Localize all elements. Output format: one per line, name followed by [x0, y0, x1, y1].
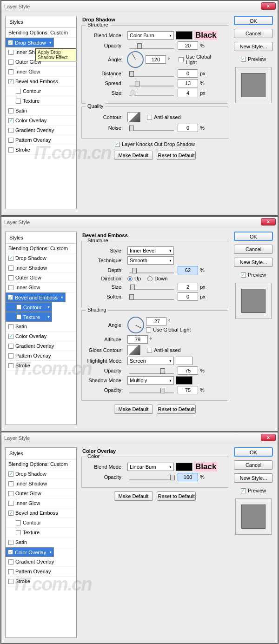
shadow-mode-select[interactable]: Multiply	[127, 376, 174, 385]
style-inner-shadow[interactable]: Inner Shadow	[6, 479, 76, 489]
style-pattern-overlay[interactable]: Pattern Overlay	[6, 135, 76, 145]
preview-check[interactable]: ✓	[241, 57, 246, 62]
style-bevel-emboss[interactable]: ✓Bevel and Emboss	[6, 508, 76, 518]
style-gradient-overlay[interactable]: Gradient Overlay	[6, 557, 76, 567]
checkbox-icon[interactable]	[8, 147, 13, 153]
new-style-button[interactable]: New Style...	[234, 42, 273, 51]
checkbox-icon[interactable]	[8, 50, 13, 55]
shadow-color-swatch[interactable]	[176, 376, 193, 385]
shadow-opacity-input[interactable]: 75	[178, 386, 198, 394]
blending-options[interactable]: Blending Options: Custom	[6, 28, 76, 38]
checkbox-icon[interactable]: ✓	[8, 79, 13, 84]
style-satin[interactable]: Satin	[6, 538, 76, 547]
blend-mode-select[interactable]: Linear Burn	[127, 463, 174, 471]
antialiased-check[interactable]	[147, 115, 152, 120]
style-stroke[interactable]: Stroke	[6, 145, 76, 155]
style-satin[interactable]: Satin	[6, 106, 76, 116]
preview-check[interactable]: ✓	[241, 488, 246, 493]
angle-input[interactable]: 120	[146, 55, 166, 64]
opacity-slider[interactable]	[129, 42, 174, 49]
cancel-button[interactable]: Cancel	[234, 29, 273, 38]
size-slider[interactable]	[129, 284, 174, 290]
angle-input[interactable]: -27	[146, 317, 166, 325]
style-gradient-overlay[interactable]: Gradient Overlay	[6, 126, 76, 135]
close-button[interactable]: X	[261, 218, 276, 226]
ok-button[interactable]: OK	[234, 232, 273, 241]
cancel-button[interactable]: Cancel	[234, 245, 273, 254]
new-style-button[interactable]: New Style...	[234, 473, 273, 483]
style-texture[interactable]: Texture	[6, 312, 52, 322]
contour-picker[interactable]	[127, 112, 140, 122]
opacity-input[interactable]: 20	[178, 41, 198, 50]
reset-default-button[interactable]: Reset to Default	[157, 151, 196, 160]
checkbox-icon[interactable]	[16, 99, 21, 104]
spread-slider[interactable]	[129, 80, 174, 86]
reset-default-button[interactable]: Reset to Default	[157, 491, 196, 501]
color-swatch[interactable]	[176, 463, 193, 471]
style-contour[interactable]: Contour	[6, 86, 76, 96]
direction-down-radio[interactable]	[147, 276, 153, 281]
altitude-input[interactable]: 79	[127, 335, 148, 344]
style-bevel-emboss[interactable]: ✓Bevel and Emboss	[6, 77, 76, 86]
spread-input[interactable]: 13	[178, 79, 198, 87]
style-color-overlay[interactable]: ✓Color Overlay	[6, 332, 76, 341]
highlight-opacity-slider[interactable]	[129, 367, 174, 374]
angle-dial[interactable]	[127, 317, 144, 333]
new-style-button[interactable]: New Style...	[234, 258, 273, 267]
style-drop-shadow[interactable]: ✓Drop Shadow	[6, 38, 54, 47]
checkbox-icon[interactable]	[8, 108, 13, 113]
size-input[interactable]: 2	[178, 283, 198, 291]
blending-options[interactable]: Blending Options: Custom	[6, 244, 76, 253]
soften-input[interactable]: 0	[178, 292, 198, 301]
style-contour[interactable]: Contour	[6, 302, 52, 312]
global-light-check[interactable]	[179, 57, 184, 62]
reset-default-button[interactable]: Reset to Default	[157, 405, 196, 414]
checkbox-icon[interactable]: ✓	[8, 40, 13, 45]
style-drop-shadow[interactable]: ✓Drop Shadow	[6, 253, 76, 263]
shadow-opacity-slider[interactable]	[129, 387, 174, 393]
distance-slider[interactable]	[129, 70, 174, 77]
antialiased-check[interactable]	[147, 348, 152, 353]
close-button[interactable]: X	[261, 434, 276, 441]
checkbox-icon[interactable]	[8, 69, 13, 74]
style-gradient-overlay[interactable]: Gradient Overlay	[6, 341, 76, 351]
style-select[interactable]: Inner Bevel	[127, 246, 174, 255]
depth-slider[interactable]	[129, 267, 174, 273]
make-default-button[interactable]: Make Default	[114, 491, 153, 501]
direction-up-radio[interactable]	[127, 276, 133, 281]
style-inner-shadow[interactable]: Inner ShadowApply Drop Shadow Effect	[6, 47, 76, 57]
checkbox-icon[interactable]	[8, 60, 13, 65]
preview-check[interactable]: ✓	[241, 272, 246, 278]
angle-dial[interactable]	[127, 51, 144, 68]
make-default-button[interactable]: Make Default	[114, 151, 153, 160]
style-contour[interactable]: Contour	[6, 518, 76, 528]
noise-slider[interactable]	[129, 125, 174, 131]
opacity-slider[interactable]	[129, 474, 174, 480]
cancel-button[interactable]: Cancel	[234, 460, 273, 470]
global-light-check[interactable]	[146, 327, 151, 332]
soften-slider[interactable]	[129, 293, 174, 300]
style-pattern-overlay[interactable]: Pattern Overlay	[6, 567, 76, 577]
style-color-overlay[interactable]: ✓Color Overlay	[6, 547, 54, 557]
close-button[interactable]: X	[261, 2, 276, 10]
depth-input[interactable]: 62	[178, 266, 198, 274]
size-input[interactable]: 4	[178, 89, 198, 97]
ok-button[interactable]: OK	[234, 447, 273, 457]
style-texture[interactable]: Texture	[6, 96, 76, 106]
checkbox-icon[interactable]	[16, 89, 21, 94]
style-stroke[interactable]: Stroke	[6, 361, 76, 371]
style-stroke[interactable]: Stroke	[6, 577, 76, 586]
highlight-mode-select[interactable]: Screen	[127, 357, 174, 365]
gloss-contour-picker[interactable]	[127, 345, 140, 355]
technique-select[interactable]: Smooth	[127, 256, 174, 265]
style-drop-shadow[interactable]: ✓Drop Shadow	[6, 469, 76, 479]
checkbox-icon[interactable]	[8, 138, 13, 143]
highlight-color-swatch[interactable]	[176, 357, 193, 365]
style-color-overlay[interactable]: ✓Color Overlay	[6, 116, 76, 126]
make-default-button[interactable]: Make Default	[114, 405, 153, 414]
style-inner-glow[interactable]: Inner Glow	[6, 283, 76, 292]
knockout-check[interactable]: ✓	[115, 142, 120, 147]
color-swatch[interactable]	[176, 31, 193, 40]
checkbox-icon[interactable]	[8, 128, 13, 133]
size-slider[interactable]	[129, 90, 174, 96]
